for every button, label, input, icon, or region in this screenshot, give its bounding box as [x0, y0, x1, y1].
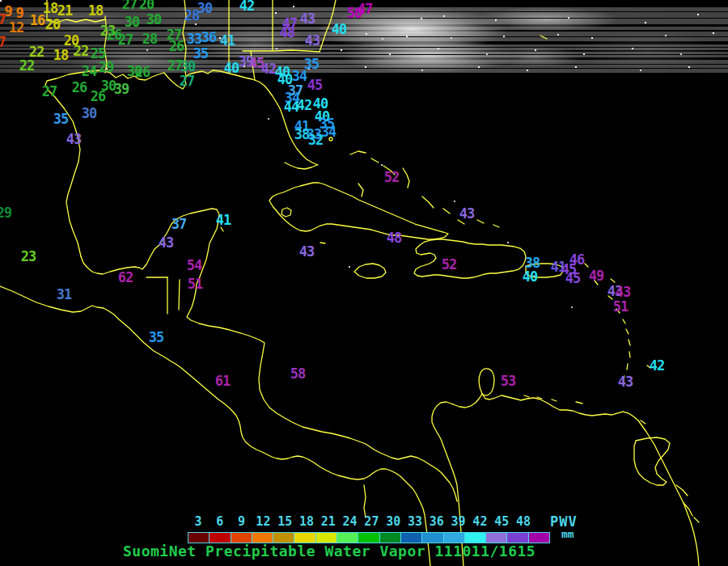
station-value: 30: [180, 58, 195, 74]
station-value: 51: [188, 276, 202, 292]
station-value: 33: [187, 31, 201, 47]
station-value: 22: [74, 43, 88, 59]
station-value: 47: [358, 1, 372, 17]
station-value: 9: [15, 5, 23, 21]
station-value: 43: [300, 11, 315, 27]
station-value: 18: [43, 0, 57, 16]
station-value: 41: [220, 32, 235, 49]
station-value: 46: [569, 251, 584, 268]
station-value: 27: [118, 32, 133, 48]
station-value: 43: [305, 32, 320, 49]
station-value: 48: [387, 230, 401, 246]
station-value: 22: [19, 57, 34, 74]
station-value: 32: [308, 132, 323, 148]
station-value: 43: [618, 374, 633, 390]
station-value: 48: [280, 24, 294, 40]
station-value: 43: [159, 234, 173, 251]
station-value: 24: [82, 63, 96, 79]
station-value: 43: [299, 243, 314, 260]
station-value: 52: [442, 256, 456, 272]
station-value: 30: [125, 14, 139, 30]
station-value: 29: [0, 205, 11, 221]
station-value: 42: [650, 357, 664, 374]
station-value: 43: [66, 131, 81, 147]
station-value: 36: [201, 29, 216, 45]
station-value: 42: [261, 61, 276, 77]
station-value: 30: [82, 105, 96, 121]
station-value: 37: [171, 216, 186, 232]
station-value: 45: [307, 77, 322, 93]
station-values-layer: 9971271618211820202720303023262728272628…: [0, 0, 728, 566]
station-value: 41: [216, 212, 231, 228]
station-value: 7: [0, 11, 6, 27]
station-value: 27: [180, 73, 194, 89]
station-value: 18: [53, 47, 68, 63]
station-value: 30: [146, 11, 161, 27]
station-value: 27: [122, 0, 137, 12]
station-value: 40: [224, 60, 239, 76]
pwv-map-screen: 9971271618211820202720303023262728272628…: [0, 0, 728, 566]
station-value: 61: [215, 373, 230, 389]
station-value: 51: [613, 298, 628, 315]
station-value: 62: [118, 269, 133, 285]
station-value: 35: [53, 111, 68, 127]
station-value: 58: [290, 365, 305, 382]
station-value: 53: [501, 373, 515, 389]
station-value: 20: [45, 16, 60, 32]
station-value: 20: [139, 0, 154, 12]
station-value: 30: [197, 0, 212, 16]
station-value: 23: [21, 248, 36, 264]
station-value: 40: [523, 268, 537, 285]
station-value: 39: [114, 81, 129, 97]
station-value: 42: [297, 97, 311, 113]
station-value: 27: [42, 83, 57, 99]
station-value: 54: [187, 257, 201, 273]
station-value: 35: [193, 45, 208, 61]
station-value: 26: [72, 79, 87, 95]
station-value: 45: [565, 270, 580, 286]
station-value: 52: [384, 169, 399, 185]
station-value: 40: [332, 21, 346, 37]
station-value: 43: [616, 284, 630, 300]
station-value: 29: [99, 59, 113, 75]
station-value: 26: [135, 64, 150, 80]
station-value: 49: [589, 268, 603, 284]
station-value: 7: [0, 34, 6, 50]
station-value: 26: [169, 38, 184, 54]
station-value: 28: [142, 31, 157, 47]
station-value: 42: [239, 0, 254, 14]
station-value: 43: [459, 205, 474, 222]
station-value: 18: [88, 2, 103, 19]
station-value: 34: [321, 124, 336, 140]
station-value: 35: [149, 329, 163, 345]
station-value: 31: [57, 286, 71, 302]
station-value: 34: [292, 68, 307, 84]
station-value: 12: [9, 19, 23, 36]
station-value: 9: [4, 3, 11, 19]
